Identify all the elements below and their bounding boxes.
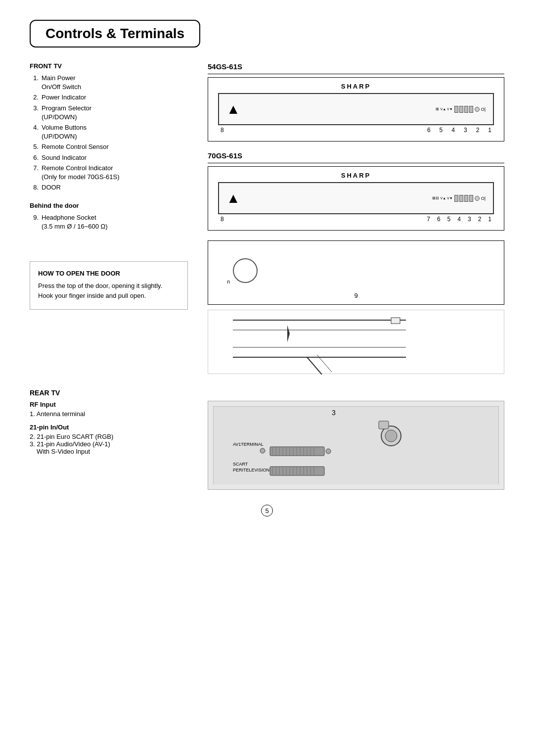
rear-left-col: RF Input 1. Antenna terminal 21-pin In/O… [30, 401, 188, 490]
svg-point-10 [385, 430, 397, 442]
svg-point-12 [260, 448, 265, 453]
sharp-logo-54: SHARP [213, 83, 499, 90]
rear-diagram-svg: 3 AV1TERMINAL [213, 406, 499, 484]
numbers-row-70: 8 7 6 5 4 3 2 1 [213, 214, 499, 223]
model-70gs-section: 70GS-61S SHARP ▲ ⊞⊟ V▲ V▼ [208, 151, 504, 231]
how-to-open-section: HOW TO OPEN THE DOOR Press the top of th… [30, 261, 188, 310]
svg-rect-28 [270, 467, 324, 475]
svg-rect-13 [270, 447, 324, 456]
list-item: 3. Program Selector(UP/DOWN) [30, 104, 188, 122]
front-tv-section: FRONT TV 1. Main PowerOn/Off Switch 2. P… [30, 62, 188, 192]
av-terminal-label: AV1TERMINAL [233, 442, 264, 447]
tv-diagram-70: SHARP ▲ ⊞⊟ V▲ V▼ [208, 166, 504, 231]
how-to-open-text: Press the top of the door, opening it sl… [38, 281, 179, 302]
pin-item-sub: With S-Video Input [30, 448, 188, 455]
list-item: 8. DOOR [30, 183, 188, 192]
list-item: 1. Main PowerOn/Off Switch [30, 74, 188, 92]
tv-diagram-54: SHARP ▲ ⊞ V▲ V▼ [208, 77, 504, 142]
rf-item: 1. Antenna terminal [30, 410, 188, 418]
scart-label: SCART [233, 462, 248, 467]
tv-up-arrow-70: ▲ [226, 190, 240, 206]
tv-up-arrow-54: ▲ [226, 101, 240, 117]
rear-num2: 2 [297, 483, 301, 484]
svg-rect-11 [379, 421, 389, 429]
pin-item-2: 2. 21-pin Euro SCART (RGB) [30, 433, 188, 440]
behind-door-list: 9. Headphone Socket(3.5 mm Ø / 16~600 Ω) [30, 213, 188, 231]
list-item: 9. Headphone Socket(3.5 mm Ø / 16~600 Ω) [30, 213, 188, 231]
headphone-diagram: n 9 [208, 240, 504, 305]
model-54-label: 54GS-61S [208, 62, 504, 71]
sharp-logo-70: SHARP [213, 172, 499, 179]
front-tv-heading: FRONT TV [30, 62, 188, 70]
list-item: 5. Remote Control Sensor [30, 142, 188, 151]
list-item: 6. Sound Indicator [30, 153, 188, 162]
rear-tv-section: REAR TV RF Input 1. Antenna terminal 21-… [30, 389, 504, 490]
peritelevision-label: PERITELEVISION [233, 468, 269, 472]
svg-line-5 [307, 357, 322, 375]
front-tv-list: 1. Main PowerOn/Off Switch 2. Power Indi… [30, 74, 188, 192]
number-9: 9 [354, 292, 357, 299]
svg-point-27 [326, 449, 331, 454]
door-svg [208, 310, 504, 375]
behind-door-heading: Behind the door [30, 202, 188, 209]
rear-tv-diagram: 3 AV1TERMINAL [208, 401, 504, 490]
svg-rect-4 [391, 318, 400, 324]
how-to-open-heading: HOW TO OPEN THE DOOR [38, 270, 179, 277]
list-item: 7. Remote Control Indicator(Only for mod… [30, 164, 188, 182]
pin-item-3: 3. 21-pin Audio/Video (AV-1) [30, 440, 188, 448]
rear-num3: 3 [332, 409, 336, 417]
rear-num1: 1 [376, 483, 380, 484]
numbers-row-54: 8 6 5 4 3 2 1 [213, 125, 499, 134]
model-54gs-section: 54GS-61S SHARP ▲ ⊞ V▲ V▼ [208, 62, 504, 142]
page-number-container: 5 [30, 505, 504, 517]
rf-input-heading: RF Input [30, 401, 188, 408]
pin-heading: 21-pin In/Out [30, 424, 188, 431]
svg-marker-7 [287, 325, 290, 342]
list-item: 4. Volume Buttons(UP/DOWN) [30, 123, 188, 141]
model-70-label: 70GS-61S [208, 151, 504, 160]
page-title: Controls & Terminals [30, 20, 200, 47]
door-opening-diagram [208, 310, 504, 374]
page-number: 5 [261, 505, 273, 517]
list-item: 2. Power Indicator [30, 93, 188, 102]
headphone-jack-icon [233, 258, 258, 283]
behind-door-section: Behind the door 9. Headphone Socket(3.5 … [30, 202, 188, 231]
rear-tv-heading: REAR TV [30, 389, 504, 397]
